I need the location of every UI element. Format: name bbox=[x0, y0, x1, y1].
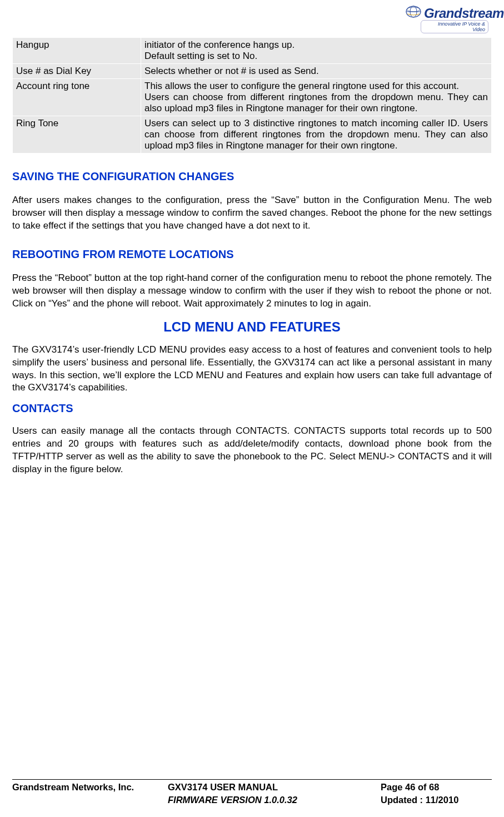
setting-desc: Users can select up to 3 distinctive rin… bbox=[141, 116, 492, 154]
setting-desc: This allows the user to configure the ge… bbox=[141, 79, 492, 116]
footer-rule bbox=[12, 779, 492, 780]
footer-manual: GXV3174 USER MANUAL bbox=[168, 781, 381, 793]
svg-point-3 bbox=[407, 7, 420, 12]
globe-icon bbox=[405, 3, 422, 20]
table-row: Account ring tone This allows the user t… bbox=[13, 79, 492, 116]
heading-contacts: CONTACTS bbox=[12, 402, 492, 415]
table-row: Hangup initiator of the conference hangs… bbox=[13, 38, 492, 64]
footer-firmware: FIRMWARE VERSION 1.0.0.32 bbox=[168, 794, 381, 806]
paragraph-saving: After users makes changes to the configu… bbox=[12, 194, 492, 232]
table-row: Ring Tone Users can select up to 3 disti… bbox=[13, 116, 492, 154]
paragraph-lcd: The GXV3174’s user-friendly LCD MENU pro… bbox=[12, 344, 492, 395]
footer-updated: Updated : 11/2010 bbox=[381, 794, 492, 806]
brand-name: Grandstream bbox=[405, 6, 488, 21]
settings-table: Hangup initiator of the conference hangs… bbox=[12, 37, 492, 154]
setting-label: Use # as Dial Key bbox=[13, 64, 141, 79]
table-row: Use # as Dial Key Selects whether or not… bbox=[13, 64, 492, 79]
paragraph-reboot: Press the “Reboot” button at the top rig… bbox=[12, 272, 492, 310]
brand-tagline: Innovative IP Voice & Video bbox=[421, 20, 488, 33]
setting-label: Ring Tone bbox=[13, 116, 141, 154]
heading-lcd: LCD MENU AND FEATURES bbox=[12, 319, 492, 335]
setting-desc: initiator of the conference hangs up. De… bbox=[141, 38, 492, 64]
setting-desc: Selects whether or not # is used as Send… bbox=[141, 64, 492, 79]
heading-reboot: REBOOTING FROM REMOTE LOCATIONS bbox=[12, 248, 492, 261]
footer-page: Page 46 of 68 bbox=[381, 781, 492, 793]
footer-company: Grandstream Networks, Inc. bbox=[12, 781, 168, 793]
header-logo: Grandstream Innovative IP Voice & Video bbox=[12, 6, 492, 34]
paragraph-contacts: Users can easily manage all the contacts… bbox=[12, 425, 492, 476]
setting-label: Account ring tone bbox=[13, 79, 141, 116]
setting-label: Hangup bbox=[13, 38, 141, 64]
heading-saving: SAVING THE CONFIGURATION CHANGES bbox=[12, 170, 492, 183]
page-footer: Grandstream Networks, Inc. GXV3174 USER … bbox=[12, 779, 492, 806]
